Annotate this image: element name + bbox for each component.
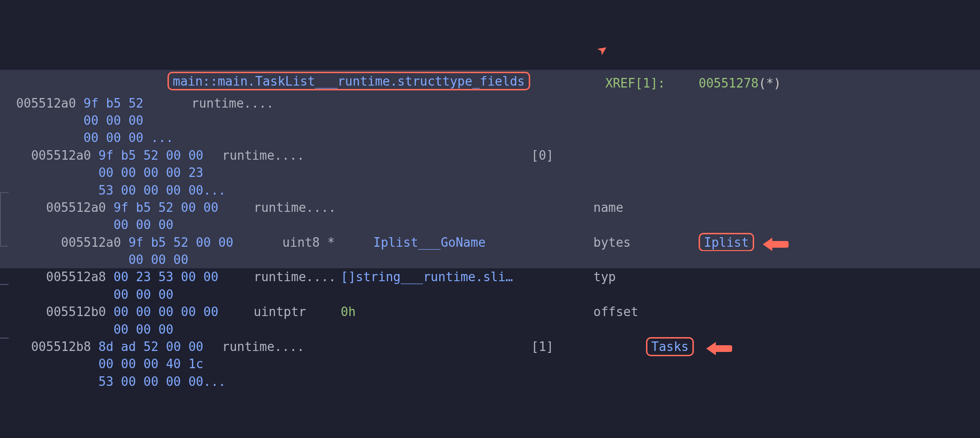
annotation-arrow-icon xyxy=(713,343,740,354)
xref-suffix: (*) xyxy=(758,76,781,90)
bytes-continuation: 00 00 00 ... xyxy=(9,131,173,145)
bytes: 00 23 53 00 00 xyxy=(113,270,218,284)
listing-row[interactable]: 005512a0 9f b5 52 00 00runtime....[0] xyxy=(0,147,980,164)
bytes-continuation: 53 00 00 00 00... xyxy=(9,183,226,197)
type-name: runtime.... xyxy=(254,199,336,216)
array-index: [1] xyxy=(531,338,554,355)
bytes-continuation: 00 00 00 xyxy=(9,322,173,337)
bytes-continuation-row[interactable]: 00 00 00 xyxy=(0,286,980,303)
annotation-cursor: ➤ xyxy=(592,37,615,63)
bytes-continuation-row[interactable]: 00 00 00 ... xyxy=(0,129,980,146)
bytes-continuation-row[interactable]: 53 00 00 00 00... xyxy=(0,373,980,390)
listing-row[interactable]: 005512a0 9f b5 52 00 00uint8 *Iplist___G… xyxy=(0,234,980,251)
field-name: typ xyxy=(593,268,616,285)
bytes: 00 00 00 00 00 xyxy=(113,305,218,319)
bytes-continuation-row[interactable]: 00 00 00 xyxy=(0,216,980,233)
listing-row[interactable]: 005512b0 00 00 00 00 00uintptr0hoffset xyxy=(0,303,980,320)
type-name: runtime.... xyxy=(191,95,274,112)
bytes-continuation-row[interactable]: 00 00 00 xyxy=(0,112,980,129)
field-name: offset xyxy=(593,303,638,320)
annotation-highlight: Tasks xyxy=(646,337,694,356)
bytes-continuation: 00 00 00 xyxy=(9,113,144,128)
bytes-continuation: 00 00 00 xyxy=(9,252,189,267)
bytes: 9f b5 52 00 00 xyxy=(128,235,233,250)
bytes-continuation-row[interactable]: 53 00 00 00 00... xyxy=(0,182,980,199)
bytes-continuation-row[interactable]: 00 00 00 40 1c xyxy=(0,355,980,372)
symbol-header-row[interactable]: main::main.TaskList___runtime.structtype… xyxy=(0,70,980,95)
xref-label: XREF[1]: xyxy=(605,76,665,90)
operand-value: 0h xyxy=(341,303,356,320)
symbol-name[interactable]: main::main.TaskList___runtime.structtype… xyxy=(173,74,525,88)
address[interactable]: 005512a0 xyxy=(9,235,128,250)
disassembly-listing[interactable]: main::main.TaskList___runtime.structtype… xyxy=(0,70,980,391)
address[interactable]: 005512b8 xyxy=(9,339,99,354)
listing-row[interactable]: 005512a0 9f b5 52 00 00runtime....name xyxy=(0,199,980,216)
address[interactable]: 005512a0 xyxy=(9,200,113,215)
annotation-arrow-icon xyxy=(769,239,796,250)
address[interactable]: 005512a0 xyxy=(9,96,84,110)
type-name: uintptr xyxy=(254,303,306,320)
annotation-label[interactable]: Iplist xyxy=(704,235,749,250)
type-name: runtime.... xyxy=(222,338,304,355)
listing-row[interactable]: 005512a0 9f b5 52runtime.... xyxy=(0,95,980,112)
bytes: 9f b5 52 xyxy=(84,96,144,110)
field-name: bytes xyxy=(593,234,631,251)
bytes-continuation-row[interactable]: 00 00 00 00 23 xyxy=(0,164,980,181)
listing-row[interactable]: 005512a8 00 23 53 00 00runtime....[]stri… xyxy=(0,268,980,285)
operand-link[interactable]: []string___runtime.sli… xyxy=(341,268,513,285)
address[interactable]: 005512a8 xyxy=(9,270,113,284)
annotation-highlight: Iplist xyxy=(699,233,754,252)
annotation-label[interactable]: Tasks xyxy=(651,339,689,354)
bytes: 8d ad 52 00 00 xyxy=(99,339,203,354)
xref-block: XREF[1]: xyxy=(605,75,665,92)
bytes-continuation: 00 00 00 40 1c xyxy=(9,357,203,371)
bytes-continuation-row[interactable]: 00 00 00 xyxy=(0,251,980,268)
xref-address[interactable]: 00551278 xyxy=(699,76,758,90)
type-name: runtime.... xyxy=(222,147,304,164)
type-name: runtime.... xyxy=(254,268,336,285)
bytes-continuation: 00 00 00 xyxy=(9,287,173,302)
xref-address-block[interactable]: 00551278(*) xyxy=(699,75,781,92)
field-name: name xyxy=(593,199,624,216)
bytes: 9f b5 52 00 00 xyxy=(113,200,218,215)
address[interactable]: 005512a0 xyxy=(9,148,99,163)
bytes-continuation: 00 00 00 xyxy=(9,218,173,232)
bytes-continuation: 00 00 00 00 23 xyxy=(9,165,203,180)
bytes: 9f b5 52 00 00 xyxy=(99,148,203,163)
listing-row[interactable]: 005512b8 8d ad 52 00 00runtime....[1]Tas… xyxy=(0,338,980,355)
symbol-name-highlight: main::main.TaskList___runtime.structtype… xyxy=(167,72,530,91)
operand-link[interactable]: Iplist___GoName xyxy=(373,234,486,251)
type-name: uint8 * xyxy=(282,234,335,251)
bytes-continuation: 53 00 00 00 00... xyxy=(9,374,226,389)
bytes-continuation-row[interactable]: 00 00 00 xyxy=(0,321,980,338)
address[interactable]: 005512b0 xyxy=(9,305,113,319)
array-index: [0] xyxy=(531,147,554,164)
